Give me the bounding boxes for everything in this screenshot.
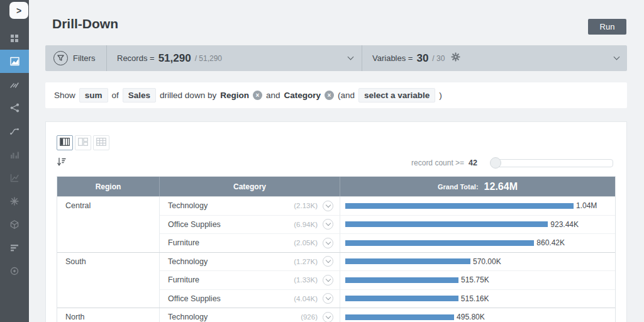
slider-track[interactable] [495, 159, 613, 167]
view-toggles [57, 135, 616, 150]
chevron-down-icon[interactable] [348, 54, 354, 60]
sales-bar-cell: 570.00K [340, 253, 615, 271]
records-label: Records = [117, 53, 155, 63]
remove-region-icon[interactable]: × [253, 91, 262, 100]
grand-total-header[interactable]: Grand Total: 12.64M [340, 177, 615, 196]
field-select[interactable]: Sales [123, 88, 156, 103]
record-count: (4.04K) [294, 295, 318, 303]
sales-bar[interactable] [345, 314, 454, 320]
sales-bar[interactable] [345, 296, 458, 301]
view-grid-button[interactable] [93, 135, 109, 150]
dimension-category[interactable]: Category [284, 91, 321, 100]
category-name: Furniture [168, 275, 199, 284]
area-chart-icon [9, 56, 20, 67]
expand-row-icon[interactable] [323, 201, 333, 211]
record-count: (6.94K) [294, 221, 318, 228]
variables-section[interactable]: Variables = 30 / 30 [362, 45, 627, 71]
category-name: Technology [168, 313, 208, 321]
category-cell: Furniture(1.33K) [160, 270, 340, 289]
sidebar-item-line-chart[interactable] [0, 166, 29, 189]
category-cell: Technology(2.13K) [160, 197, 340, 215]
view-layout-button[interactable] [75, 135, 91, 150]
sales-bar-cell: 515.75K [340, 270, 615, 289]
sales-bar-cell: 860.42K [340, 233, 615, 252]
region-cell: North [57, 308, 160, 322]
remove-category-icon[interactable]: × [325, 91, 334, 100]
query-close-label: ) [439, 91, 442, 100]
query-and-label: and [266, 91, 280, 100]
table-tools-row: record count >= 42 [57, 157, 616, 169]
variables-current: 30 [416, 52, 428, 65]
records-total: / 51,290 [195, 54, 222, 63]
region-cell [57, 270, 160, 289]
sidebar-item-drilldown[interactable] [0, 50, 29, 73]
query-drill-label: drilled down by [160, 91, 216, 100]
region-column-header[interactable]: Region [57, 177, 160, 196]
expand-row-icon[interactable] [323, 312, 333, 322]
record-count: (2.05K) [294, 239, 318, 247]
sort-button[interactable] [57, 157, 67, 169]
view-table-button[interactable] [57, 135, 73, 150]
records-section[interactable]: Records = 51,290 / 51,290 [107, 45, 362, 71]
select-variable-dropdown[interactable]: select a variable [358, 88, 435, 103]
record-count-filter-label: record count >= [411, 158, 464, 167]
filter-bar: Filters Records = 51,290 / 51,290 Variab… [45, 45, 627, 71]
sidebar-item-bar-chart[interactable] [0, 143, 29, 166]
filters-button[interactable]: Filters [45, 45, 106, 71]
region-cell [57, 215, 160, 234]
main-content: Drill-Down Run Filters Records = 51,290 … [29, 0, 644, 322]
sales-value: 570.00K [473, 257, 501, 266]
sidebar-item-starburst[interactable] [0, 189, 29, 213]
record-count-slider [495, 159, 613, 167]
query-bar: Show sum of Sales drilled down by Region… [45, 82, 627, 108]
table-row: SouthTechnology(1.27K)570.00K [57, 252, 615, 271]
aggregation-select[interactable]: sum [79, 88, 108, 103]
record-count: (1.27K) [294, 258, 318, 265]
category-cell: Technology(926) [160, 308, 340, 322]
expand-row-icon[interactable] [323, 293, 333, 304]
run-button[interactable]: Run [588, 19, 626, 35]
sidebar-item-zigzag[interactable] [0, 73, 29, 96]
starburst-icon [9, 196, 19, 206]
expand-row-icon[interactable] [323, 256, 333, 267]
sales-bar[interactable] [345, 203, 574, 209]
table-row: Furniture(2.05K)860.42K [57, 233, 615, 252]
expand-row-icon[interactable] [323, 238, 333, 248]
category-cell: Technology(1.27K) [160, 253, 340, 271]
record-count: (926) [301, 313, 318, 321]
sidebar-expand-button[interactable]: > [9, 2, 28, 19]
category-cell: Office Supplies(4.04K) [160, 289, 340, 308]
category-column-header[interactable]: Category [160, 177, 340, 196]
sales-bar[interactable] [345, 258, 470, 264]
gear-icon[interactable] [451, 52, 460, 64]
results-panel: record count >= 42 Region Category Grand… [45, 121, 627, 322]
sidebar-item-share[interactable] [0, 96, 29, 119]
variables-total: / 30 [432, 54, 445, 63]
sidebar-item-compass[interactable] [0, 259, 29, 282]
sidebar-item-sort-bars[interactable] [0, 236, 29, 259]
sales-bar[interactable] [345, 221, 548, 227]
sales-value: 1.04M [576, 201, 597, 210]
slider-handle[interactable] [490, 157, 501, 169]
share-icon [10, 103, 19, 113]
sales-bar[interactable] [345, 240, 534, 246]
query-of-label: of [112, 91, 119, 100]
query-show-label: Show [54, 91, 75, 100]
expand-row-icon[interactable] [323, 219, 333, 230]
sales-value: 495.80K [457, 313, 485, 321]
sidebar-item-dashboard[interactable] [0, 26, 29, 50]
record-count-filter-value: 42 [469, 158, 477, 167]
dimension-region[interactable]: Region [220, 91, 249, 100]
filter-funnel-icon [53, 51, 68, 65]
sort-descending-icon [57, 157, 67, 169]
sidebar [0, 0, 29, 322]
expand-row-icon[interactable] [323, 275, 333, 286]
compass-icon [9, 266, 19, 276]
dashboard-icon [9, 33, 19, 43]
chevron-down-icon[interactable] [614, 54, 620, 60]
sidebar-item-cube[interactable] [0, 213, 29, 236]
sort-bars-icon [9, 243, 19, 253]
table-row: Office Supplies(4.04K)515.16K [57, 289, 615, 308]
sales-bar[interactable] [345, 277, 458, 283]
sidebar-item-flow[interactable] [0, 119, 29, 143]
